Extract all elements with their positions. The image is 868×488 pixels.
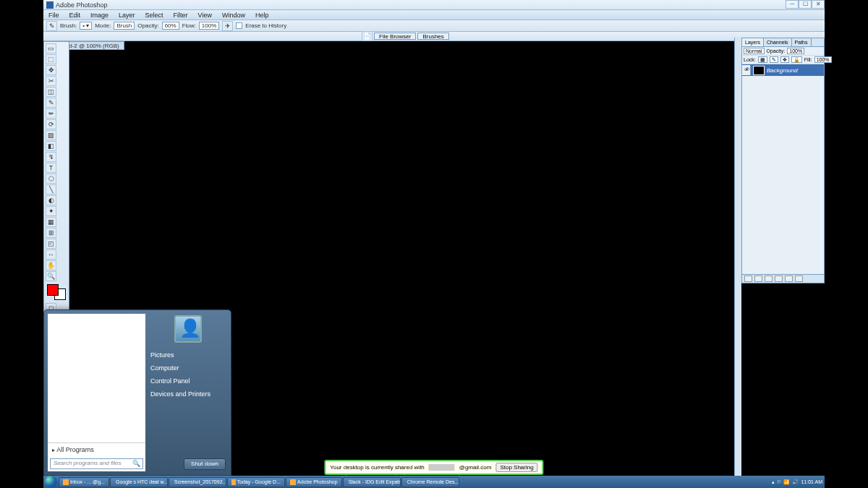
maximize-button[interactable]: ☐	[799, 0, 812, 9]
mode-field[interactable]: Brush	[114, 22, 135, 30]
layer-thumbnail[interactable]	[753, 66, 765, 75]
menu-file[interactable]: File	[43, 12, 64, 19]
tab-channels[interactable]: Channels	[764, 38, 792, 46]
start-computer[interactable]: Computer	[149, 361, 227, 374]
new-set-icon[interactable]	[765, 275, 773, 282]
zoom-tool[interactable]: 🔍	[46, 271, 56, 281]
crop-tool[interactable]: ◫	[46, 87, 56, 97]
tab-layers[interactable]: Layers	[742, 38, 764, 46]
stop-sharing-button[interactable]: Stop Sharing	[495, 463, 537, 472]
tray-arrow-icon[interactable]: ▴	[772, 479, 775, 485]
taskbar-item-screenshot[interactable]: Screenshot_2017092...	[169, 477, 226, 487]
start-search-input[interactable]: Search programs and files	[50, 458, 143, 469]
layer-item[interactable]: 👁 Background	[742, 64, 824, 76]
slice-tool[interactable]: ✎	[46, 98, 56, 108]
taskbar-item-remote[interactable]: Chrome Remote Des...	[401, 477, 459, 487]
menu-window[interactable]: Window	[217, 12, 250, 19]
type-tool[interactable]: ✦	[46, 206, 56, 216]
menu-edit[interactable]: Edit	[64, 12, 86, 19]
vertical-scrollbar[interactable]	[734, 38, 741, 476]
airbrush-icon[interactable]: ✈	[222, 21, 233, 31]
close-button[interactable]: ✕	[812, 0, 825, 9]
menu-image[interactable]: Image	[85, 12, 114, 19]
flow-field[interactable]: 100%	[199, 22, 219, 30]
lock-pos-icon[interactable]: ✥	[780, 56, 789, 63]
all-programs-button[interactable]: All Programs	[48, 442, 145, 456]
eyedropper-tool[interactable]: ↔	[46, 249, 56, 260]
layers-panel: Layers Channels Paths Normal Opacity: 10…	[741, 38, 825, 283]
adjustment-icon[interactable]	[775, 275, 783, 282]
visibility-icon[interactable]: 👁	[742, 65, 751, 75]
app-title: Adobe Photoshop	[56, 1, 108, 9]
remote-share-bar: Your desktop is currently shared with xx…	[324, 460, 543, 475]
history-brush-tool[interactable]: ◧	[46, 141, 56, 151]
new-layer-icon[interactable]	[785, 275, 793, 282]
menu-help[interactable]: Help	[250, 12, 274, 19]
heal-tool[interactable]: ✏	[46, 108, 56, 119]
mode-label: Mode:	[95, 22, 111, 29]
lasso-tool[interactable]: ✥	[46, 65, 56, 75]
doc-icon[interactable]: 📄	[362, 31, 373, 41]
menu-select[interactable]: Select	[140, 12, 169, 19]
system-tray[interactable]: ▴ ⚐ 📶 🔊 11:01 AM	[772, 479, 825, 485]
tab-file-browser[interactable]: File Browser	[374, 33, 416, 40]
app-icon	[290, 479, 296, 485]
menu-view[interactable]: View	[193, 12, 217, 19]
tray-volume-icon[interactable]: 🔊	[792, 479, 799, 485]
menu-filter[interactable]: Filter	[169, 12, 193, 19]
foreground-color[interactable]	[47, 284, 59, 296]
gradient-tool[interactable]: T	[46, 163, 56, 173]
opacity-field[interactable]: 60%	[162, 22, 179, 30]
path-tool[interactable]: ◐	[46, 195, 56, 205]
hand-tool[interactable]: ✋	[46, 260, 56, 270]
tray-network-icon[interactable]: 📶	[783, 479, 790, 485]
tab-paths[interactable]: Paths	[792, 38, 812, 46]
lock-all-icon[interactable]: 🔒	[791, 56, 802, 63]
erase-checkbox[interactable]	[236, 22, 242, 29]
taskbar-item-today[interactable]: Today - Google D...	[227, 477, 285, 487]
start-control-panel[interactable]: Control Panel	[149, 374, 227, 388]
shutdown-button[interactable]: Shut down	[184, 458, 226, 470]
blur-tool[interactable]: ⬡	[46, 174, 56, 184]
clock[interactable]: 11:01 AM	[801, 479, 822, 484]
move-tool[interactable]: ⬚	[46, 54, 56, 64]
lock-trans-icon[interactable]: ▦	[758, 56, 767, 63]
erase-label: Erase to History	[245, 22, 286, 29]
eraser-tool[interactable]: ↯	[46, 152, 56, 162]
minimize-button[interactable]: ─	[786, 0, 799, 9]
menu-bar: File Edit Image Layer Select Filter View…	[43, 10, 825, 20]
start-button[interactable]	[45, 476, 57, 488]
wand-tool[interactable]: ✂	[46, 76, 56, 86]
taskbar-item-chrome1[interactable]: Google s HTC deal w...	[110, 477, 168, 487]
menu-layer[interactable]: Layer	[114, 12, 140, 19]
new-style-icon[interactable]	[744, 275, 752, 282]
delete-layer-icon[interactable]	[795, 275, 803, 282]
tray-flag-icon[interactable]: ⚐	[777, 479, 781, 485]
brush-preset-icon[interactable]: ✎	[46, 21, 57, 31]
taskbar-item-slack[interactable]: Slack - IDG Edit Expats	[343, 477, 401, 487]
taskbar-item-photoshop[interactable]: Adobe Photoshop	[286, 477, 342, 487]
blend-mode-field[interactable]: Normal	[744, 48, 765, 54]
brush-label: Brush:	[60, 22, 77, 29]
layer-opacity-field[interactable]: 100%	[787, 48, 804, 54]
brush-size-field[interactable]: • ▾	[80, 22, 92, 30]
lock-pixels-icon[interactable]: ✎	[770, 56, 778, 63]
app-icon	[63, 479, 69, 485]
fill-label: Fill:	[804, 57, 812, 62]
start-programs-list[interactable]	[48, 314, 145, 442]
dodge-tool[interactable]: ╲	[46, 184, 56, 194]
notes-tool[interactable]: ◰	[46, 239, 56, 249]
stamp-tool[interactable]: ▨	[46, 130, 56, 140]
start-devices[interactable]: Devices and Printers	[149, 388, 227, 401]
shape-tool[interactable]: ⊞	[46, 228, 56, 238]
fill-field[interactable]: 100%	[814, 56, 832, 63]
user-avatar[interactable]	[174, 315, 202, 343]
options-bar: ✎ Brush: • ▾ Mode: Brush Opacity: 60% Fl…	[43, 20, 825, 32]
marquee-tool[interactable]: ▭	[46, 43, 56, 53]
start-pictures[interactable]: Pictures	[149, 348, 227, 361]
brush-tool[interactable]: ⟳	[46, 119, 56, 129]
tab-brushes[interactable]: Brushes	[417, 33, 448, 40]
layer-mask-icon[interactable]	[754, 275, 762, 282]
taskbar-item-inbox[interactable]: Inbox - ... @g...	[59, 477, 109, 487]
pen-tool[interactable]: ▦	[46, 217, 56, 227]
